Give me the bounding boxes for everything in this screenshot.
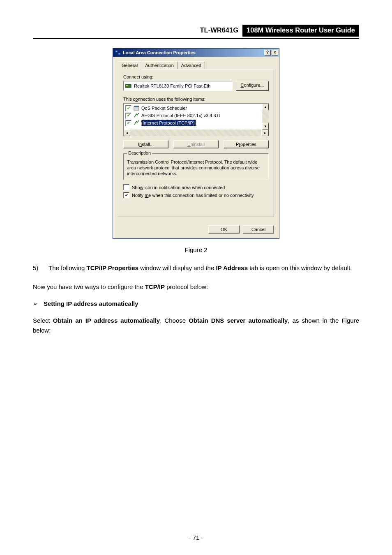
checkbox-icon[interactable] <box>123 184 129 190</box>
svg-rect-6 <box>134 106 139 110</box>
vertical-scrollbar[interactable]: ▲ ▼ <box>262 103 269 130</box>
svg-rect-7 <box>134 106 139 107</box>
network-adapter-field[interactable]: Realtek RTL8139 Family PCI Fast Eth <box>123 81 233 91</box>
items-label: This connection uses the following items… <box>123 97 269 102</box>
install-button[interactable]: Install... <box>123 140 168 148</box>
show-icon-checkbox-row[interactable]: Show icon in notification area when conn… <box>123 184 269 190</box>
list-item-label: AEGIS Protocol (IEEE 802.1x) v3.4.3.0 <box>141 113 220 118</box>
list-item[interactable]: ✔ Internet Protocol (TCP/IP) <box>125 119 261 127</box>
step-number: 5) <box>33 263 48 273</box>
scroll-down-icon[interactable]: ▼ <box>262 123 269 130</box>
description-text: Transmission Control Protocol/Internet P… <box>127 160 265 176</box>
connection-icon <box>115 49 121 56</box>
arrow-icon: ➢ <box>33 300 44 308</box>
protocol-icon <box>133 112 140 119</box>
uninstall-button: Uninstall <box>173 140 219 148</box>
notify-label: Notify me when this connection has limit… <box>132 193 254 198</box>
list-item[interactable]: ✔ AEGIS Protocol (IEEE 802.1x) v3.4.3.0 <box>125 112 261 119</box>
step-item: 5) The following TCP/IP Properties windo… <box>33 263 359 273</box>
horizontal-scrollbar[interactable]: ◄ <box>123 130 261 136</box>
close-button[interactable]: × <box>272 50 278 56</box>
figure-dialog: Local Area Connection Properties ? × Gen… <box>33 48 359 239</box>
dialog-footer: OK Cancel <box>113 222 279 238</box>
list-item-label: QoS Packet Scheduler <box>141 106 187 111</box>
checkbox-icon[interactable]: ✔ <box>123 192 129 198</box>
checkbox-icon[interactable]: ✔ <box>125 113 131 119</box>
dialog-title: Local Area Connection Properties <box>123 50 263 55</box>
local-area-connection-properties-dialog: Local Area Connection Properties ? × Gen… <box>113 48 279 239</box>
page-number: - 71 - <box>0 534 392 541</box>
tab-general[interactable]: General <box>118 61 141 69</box>
tab-bar: General Authentication Advanced <box>118 61 274 69</box>
notify-checkbox-row[interactable]: ✔ Notify me when this connection has lim… <box>123 192 269 198</box>
scheduler-icon <box>133 105 140 111</box>
show-icon-label: Show icon in notification area when conn… <box>132 185 225 190</box>
figure-caption: Figure 2 <box>33 246 359 253</box>
help-button[interactable]: ? <box>264 50 271 56</box>
protocol-list[interactable]: ✔ QoS Packet Scheduler ✔ <box>123 103 269 130</box>
dialog-titlebar: Local Area Connection Properties ? × <box>113 49 279 57</box>
list-item-label: Internet Protocol (TCP/IP) <box>141 120 196 126</box>
properties-button[interactable]: Properties <box>224 140 269 148</box>
svg-rect-5 <box>127 85 128 86</box>
protocol-icon <box>133 120 140 126</box>
cancel-button[interactable]: Cancel <box>243 225 274 234</box>
scroll-up-icon[interactable]: ▲ <box>262 104 269 110</box>
list-item[interactable]: ✔ QoS Packet Scheduler <box>125 104 261 112</box>
paragraph: Now you have two ways to configure the T… <box>33 282 359 292</box>
step-text: The following TCP/IP Properties window w… <box>48 263 359 273</box>
tab-authentication[interactable]: Authentication <box>141 61 178 69</box>
scroll-left-icon[interactable]: ◄ <box>124 130 130 136</box>
tab-panel-general: Connect using: Realtek <box>118 69 274 217</box>
ok-button[interactable]: OK <box>208 225 240 234</box>
svg-rect-0 <box>115 51 118 52</box>
svg-point-9 <box>138 120 139 121</box>
adapter-name: Realtek RTL8139 Family PCI Fast Eth <box>134 83 210 88</box>
header-rule <box>33 38 359 39</box>
checkbox-icon[interactable]: ✔ <box>125 105 131 111</box>
connect-using-label: Connect using: <box>123 74 269 79</box>
paragraph: Select Obtain an IP address automaticall… <box>33 316 359 335</box>
svg-rect-1 <box>118 53 120 55</box>
svg-rect-3 <box>131 85 132 87</box>
svg-point-8 <box>138 113 139 114</box>
configure-button[interactable]: Configure... <box>236 81 269 91</box>
checkbox-icon[interactable]: ✔ <box>125 120 131 126</box>
svg-rect-4 <box>126 85 127 86</box>
description-legend: Description <box>127 150 152 155</box>
doc-title: 108M Wireless Router User Guide <box>242 25 359 37</box>
tab-advanced[interactable]: Advanced <box>178 61 205 69</box>
doc-header: TL-WR641G 108M Wireless Router User Guid… <box>33 25 359 37</box>
product-model: TL-WR641G <box>200 25 243 37</box>
bullet-item: ➢ Setting IP address automatically <box>33 300 359 308</box>
nic-icon <box>125 83 132 88</box>
bullet-text: Setting IP address automatically <box>44 300 138 308</box>
scroll-right-icon[interactable]: ► <box>261 130 269 136</box>
description-group: Description Transmission Control Protoco… <box>123 153 269 180</box>
